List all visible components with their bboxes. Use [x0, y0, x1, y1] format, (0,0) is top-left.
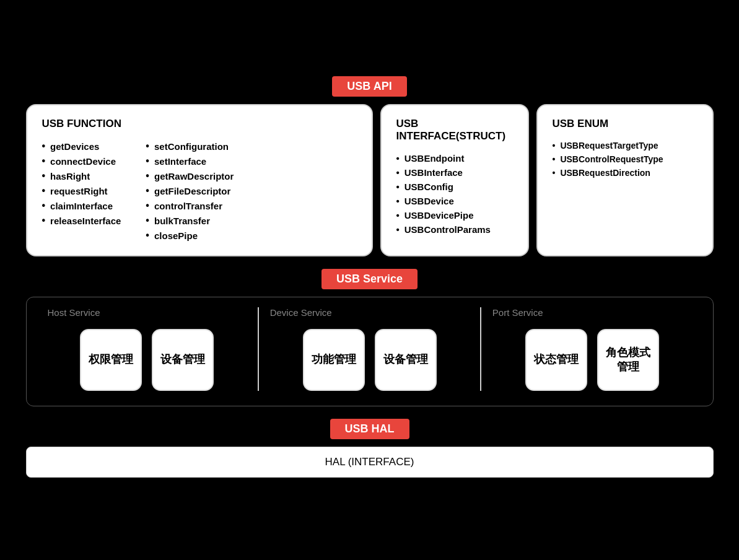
host-service-label: Host Service [42, 307, 100, 318]
func-item-requestRight: requestRight [42, 183, 121, 198]
enum-USBControlRequestType: •USBControlRequestType [553, 152, 697, 166]
function-columns: getDevices connectDevice hasRight reques… [42, 139, 357, 243]
func-item-bulkTransfer: bulkTransfer [146, 213, 234, 228]
port-box-2: 角色模式 管理 [597, 329, 659, 391]
iface-USBConfig: •USBConfig [396, 180, 513, 194]
usb-enum-box: USB ENUM •USBRequestTargetType •USBContr… [536, 104, 714, 256]
usb-interface-box: USB INTERFACE(STRUCT) •USBEndpoint •USBI… [380, 104, 529, 256]
port-service-group: Port Service 状态管理 角色模式 管理 [486, 307, 698, 391]
interface-list: •USBEndpoint •USBInterface •USBConfig •U… [396, 151, 513, 237]
device-box-2: 设备管理 [375, 329, 437, 391]
func-item-releaseInterface: releaseInterface [42, 213, 121, 228]
hal-interface-box: HAL (INTERFACE) [26, 447, 714, 478]
usb-service-badge: USB Service [321, 269, 418, 289]
usb-enum-title: USB ENUM [553, 118, 697, 130]
func-item-setConfiguration: setConfiguration [146, 139, 234, 154]
iface-USBInterface: •USBInterface [396, 165, 513, 180]
function-col-1: getDevices connectDevice hasRight reques… [42, 139, 121, 243]
service-area: Host Service 权限管理 设备管理 Device Service 功能… [26, 297, 714, 406]
func-item-controlTransfer: controlTransfer [146, 198, 234, 213]
enum-USBRequestTargetType: •USBRequestTargetType [553, 139, 697, 152]
func-item-claimInterface: claimInterface [42, 198, 121, 213]
iface-USBEndpoint: •USBEndpoint [396, 151, 513, 165]
enum-USBRequestDirection: •USBRequestDirection [553, 166, 697, 180]
device-service-group: Device Service 功能管理 设备管理 [264, 307, 476, 391]
iface-USBDevicePipe: •USBDevicePipe [396, 208, 513, 222]
port-service-label: Port Service [486, 307, 543, 318]
function-col-2: setConfiguration setInterface getRawDesc… [146, 139, 234, 243]
usb-api-section: USB API USB FUNCTION getDevices connectD… [26, 76, 714, 256]
func-item-getFileDescriptor: getFileDescriptor [146, 183, 234, 198]
usb-hal-section: USB HAL HAL (INTERFACE) [26, 419, 714, 478]
function-list-1: getDevices connectDevice hasRight reques… [42, 139, 121, 228]
divider-2 [480, 307, 481, 391]
host-box-2: 设备管理 [152, 329, 214, 391]
port-box-1: 状态管理 [525, 329, 587, 391]
func-item-hasRight: hasRight [42, 168, 121, 183]
host-box-1: 权限管理 [80, 329, 142, 391]
usb-function-title: USB FUNCTION [42, 118, 357, 130]
func-item-closePipe: closePipe [146, 228, 234, 243]
iface-USBDevice: •USBDevice [396, 194, 513, 208]
port-service-boxes: 状态管理 角色模式 管理 [525, 329, 659, 391]
function-list-2: setConfiguration setInterface getRawDesc… [146, 139, 234, 243]
func-item-setInterface: setInterface [146, 154, 234, 168]
api-boxes: USB FUNCTION getDevices connectDevice ha… [26, 104, 714, 256]
enum-list: •USBRequestTargetType •USBControlRequest… [553, 139, 697, 180]
divider-1 [258, 307, 259, 391]
usb-interface-title: USB INTERFACE(STRUCT) [396, 118, 513, 142]
func-item-connectDevice: connectDevice [42, 154, 121, 168]
device-service-boxes: 功能管理 设备管理 [303, 329, 437, 391]
usb-api-badge: USB API [332, 76, 406, 97]
func-item-getRawDescriptor: getRawDescriptor [146, 168, 234, 183]
host-service-group: Host Service 权限管理 设备管理 [42, 307, 253, 391]
usb-hal-badge: USB HAL [330, 419, 409, 439]
device-box-1: 功能管理 [303, 329, 365, 391]
diagram: USB API USB FUNCTION getDevices connectD… [14, 64, 726, 496]
device-service-label: Device Service [264, 307, 332, 318]
func-item-getDevices: getDevices [42, 139, 121, 154]
usb-function-box: USB FUNCTION getDevices connectDevice ha… [26, 104, 373, 256]
host-service-boxes: 权限管理 设备管理 [80, 329, 214, 391]
usb-service-section: USB Service Host Service 权限管理 设备管理 Devic… [26, 269, 714, 406]
iface-USBControlParams: •USBControlParams [396, 222, 513, 237]
